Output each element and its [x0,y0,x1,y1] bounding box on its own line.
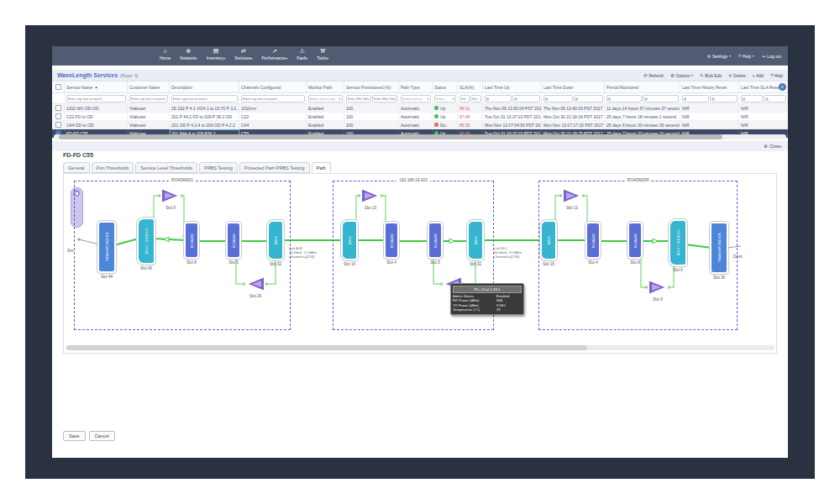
refresh-button[interactable]: ⟳Refresh [643,73,664,78]
col-header-service-provisioned[interactable]: Service Provisioned (%) [344,81,399,92]
mux-node[interactable]: MUX / DEMUX [669,219,687,266]
col-header-channels-configured[interactable]: Channels Configured [239,81,307,92]
amp-node[interactable] [244,275,266,293]
tab-prbs-testing[interactable]: PRBS Testing [199,162,238,173]
amp-node[interactable] [561,186,583,205]
bulk-edit-button[interactable]: ✎Bulk Edit [700,73,722,78]
amp-node[interactable] [647,278,669,297]
amplifier-icon [561,186,583,205]
tab-service-level-thresholds[interactable]: Service Level Thresholds [135,162,197,173]
table-hscrollbar-thumb[interactable] [59,134,722,139]
add-icon: + [753,73,755,78]
filter-range-input[interactable] [470,95,481,102]
filter-text-input[interactable] [66,95,126,102]
filter-range-input[interactable] [459,95,470,102]
amp-node[interactable] [360,186,381,205]
nav-item-inventory[interactable]: ▤Inventory▾ [207,48,226,61]
tab-port-thresholds[interactable]: Port Thresholds [92,162,134,173]
close-detail-button[interactable]: ⊗ Close [764,144,781,149]
col-header-status[interactable]: Status [433,81,458,92]
filter-select[interactable]: Select one or mo..▾ [308,95,343,102]
filter-date-input[interactable]: ▦ [543,95,573,102]
add-button[interactable]: +Add [753,73,764,78]
col-header-period-monitored[interactable]: Period Monitored [605,81,680,92]
filter-cell: ▦▦ [739,93,788,103]
nav-settings-button[interactable]: ⚙Settings▾ [706,54,731,59]
fault-bell-icon: ⚠ [300,48,305,55]
nav-item-label: Performance▾ [262,55,288,61]
filter-date-input[interactable]: ▦ [485,95,512,102]
select-all-header[interactable] [52,81,65,92]
filter-date-input[interactable]: ▦ [682,95,710,102]
filter-date-input[interactable]: ▦ [764,95,786,102]
cell-select[interactable] [52,121,65,129]
wss-node[interactable]: WSS [341,220,358,260]
roadm-node[interactable]: ROADM [184,222,199,259]
filter-text-input[interactable] [241,95,305,102]
filter-date-input[interactable]: ▦ [606,95,643,102]
col-header-last-time-up[interactable]: Last Time Up [483,81,542,92]
transponder-node[interactable]: TRANSPONDER [710,222,728,274]
nav-log-out-button[interactable]: ↪Log out [762,54,781,59]
filter-text-input[interactable] [129,95,168,102]
tab-path[interactable]: Path [312,162,331,173]
col-header-service-name[interactable]: Service Name▲ [65,81,128,92]
tab-protected-path-prbs-testing[interactable]: Protected Path PRBS Testing [239,162,310,173]
col-header-customer-name[interactable]: Customer Name [128,81,170,92]
nav-item-fault[interactable]: ⚠Fault▾ [297,48,307,61]
nav-help-button[interactable]: ?Help▾ [738,54,754,59]
filter-date-input[interactable]: ▦ [643,95,679,102]
save-button[interactable]: Save [63,431,86,441]
roadm-node[interactable]: ROADM [585,222,601,259]
filter-date-input[interactable]: ▦ [512,95,540,102]
filter-date-input[interactable]: ▦ [710,95,738,102]
wss-node[interactable]: WSS [540,220,557,260]
roadm-node[interactable]: ROADM [384,222,399,259]
table-row[interactable]: C44 OD to ODVlabuser201 OD P 4.2.4 to 20… [52,121,788,129]
roadm-node[interactable]: ROADM [428,222,443,259]
filter-text-input[interactable] [171,95,238,102]
row-checkbox[interactable] [55,122,61,128]
col-header-path-type[interactable]: Path Type [399,81,433,92]
nav-item-tools[interactable]: ⚒Tools▾ [317,48,328,61]
nav-item-performance[interactable]: ↗Performance▾ [262,48,288,61]
filter-range-input[interactable] [372,95,397,102]
roadm-node[interactable]: ROADM [627,222,643,259]
table-row[interactable]: C22 FD to ODVlabuser201 P 44.2 FD to 209… [52,113,788,121]
nav-item-services[interactable]: ⇄Services▾ [234,48,252,61]
row-checkbox[interactable] [55,105,61,111]
col-header-last-time-down[interactable]: Last Time Down [542,81,605,92]
mux-node[interactable]: MUX / DEMUX [137,218,155,265]
delete-button[interactable]: ✕Delete [728,73,746,78]
amp-node[interactable] [160,186,181,205]
filter-select[interactable]: Selec..▾ [434,95,456,102]
help-button[interactable]: ?Help [770,73,783,78]
cell-select[interactable] [52,113,65,120]
col-header-description[interactable]: Description [170,81,239,92]
select-all-checkbox[interactable] [55,84,61,90]
filter-range-input[interactable] [346,95,371,102]
filter-select[interactable]: Select one or..▾ [401,95,431,102]
transponder-node[interactable]: TRANSPONDER [97,221,116,273]
options-button[interactable]: ⚙Options▾ [670,73,693,78]
diagram-hscrollbar-thumb[interactable] [66,345,587,350]
gear-icon: ⚙ [706,54,710,59]
filter-date-input[interactable]: ▦ [741,95,764,102]
col-header-last-time-history-reset[interactable]: Last Time History Reset [680,81,739,92]
tab-general[interactable]: General [63,162,90,173]
row-checkbox[interactable] [55,113,61,119]
col-header-sla[interactable]: SLA(%) [458,81,483,92]
wss-node[interactable]: WSS [267,220,284,260]
cancel-button[interactable]: Cancel [89,431,115,441]
table-hscrollbar-track [54,134,786,139]
slot-label: Slot 44 [88,275,125,279]
table-row[interactable]: 1310 WV OD-ODVlabuser15.1S2 P 4.1 VOA 1 … [52,104,788,113]
nav-item-home[interactable]: ⌂Home [160,48,171,61]
wss-node[interactable]: WSS [467,220,484,260]
col-header-monitor-path[interactable]: Monitor Path [307,81,344,92]
nav-item-network[interactable]: ⊕Network▾ [180,48,197,61]
roadm-node[interactable]: ROADM [226,222,241,259]
cell-select[interactable] [52,104,65,112]
filter-date-input[interactable]: ▦ [574,95,603,102]
column-chooser-button[interactable]: ≡ [779,83,786,91]
